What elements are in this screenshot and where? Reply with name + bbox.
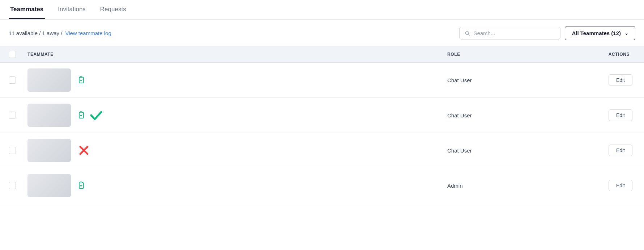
chevron-down-icon: ⌄ bbox=[624, 30, 628, 36]
svg-rect-5 bbox=[80, 112, 82, 113]
row-4-checkbox[interactable] bbox=[9, 182, 16, 189]
row-2-role: Chat User bbox=[447, 112, 549, 118]
svg-rect-7 bbox=[80, 182, 82, 183]
row-4-actions: Edit bbox=[549, 180, 635, 191]
table-row: Chat User Edit bbox=[0, 98, 644, 133]
filter-dropdown[interactable]: All Teammates (12) ⌄ bbox=[565, 26, 635, 40]
column-header-role: ROLE bbox=[447, 52, 549, 57]
search-box bbox=[459, 27, 560, 39]
row-1-role: Chat User bbox=[447, 77, 549, 83]
row-1-teammate-cell bbox=[27, 63, 447, 97]
svg-rect-3 bbox=[80, 76, 82, 78]
row-2-actions: Edit bbox=[549, 109, 635, 121]
row-1-actions: Edit bbox=[549, 74, 635, 86]
column-header-teammate: TEAMMATE bbox=[27, 52, 447, 57]
row-4-status-icons bbox=[77, 181, 85, 190]
check-mark-icon bbox=[89, 108, 103, 122]
clipboard-icon bbox=[77, 111, 85, 120]
row-4-role: Admin bbox=[447, 183, 549, 189]
header-checkbox-cell bbox=[9, 51, 27, 58]
table-row: Chat User Edit bbox=[0, 133, 644, 168]
row-2-teammate-cell bbox=[27, 98, 447, 133]
row-2-avatar bbox=[27, 104, 71, 127]
row-1-edit-button[interactable]: Edit bbox=[609, 74, 632, 86]
row-3-checkbox[interactable] bbox=[9, 147, 16, 154]
row-1-avatar bbox=[27, 68, 71, 92]
row-1-checkbox-cell bbox=[9, 76, 27, 84]
cross-mark-icon bbox=[77, 143, 91, 158]
row-3-avatar bbox=[27, 139, 71, 162]
table-container: TEAMMATE ROLE ACTIONS Chat User Edit bbox=[0, 46, 644, 203]
tab-requests[interactable]: Requests bbox=[99, 0, 128, 19]
svg-line-1 bbox=[468, 34, 470, 36]
row-3-checkbox-cell bbox=[9, 147, 27, 154]
stats-text: 11 available / 1 away / bbox=[9, 30, 62, 36]
row-2-edit-button[interactable]: Edit bbox=[609, 109, 632, 121]
row-2-checkbox-cell bbox=[9, 112, 27, 119]
view-teammate-log-link[interactable]: View teammate log bbox=[65, 30, 111, 36]
row-4-edit-button[interactable]: Edit bbox=[609, 180, 632, 191]
row-1-checkbox[interactable] bbox=[9, 76, 16, 84]
search-icon bbox=[465, 30, 470, 36]
clipboard-icon bbox=[77, 181, 85, 190]
clipboard-icon bbox=[77, 76, 85, 84]
row-4-avatar bbox=[27, 174, 71, 197]
toolbar-right: All Teammates (12) ⌄ bbox=[459, 26, 635, 40]
table-row: Chat User Edit bbox=[0, 63, 644, 98]
row-3-edit-button[interactable]: Edit bbox=[609, 145, 632, 156]
row-4-teammate-cell bbox=[27, 168, 447, 203]
row-3-teammate-cell bbox=[27, 133, 447, 168]
table-row: Admin Edit bbox=[0, 168, 644, 203]
row-3-status-icons bbox=[77, 143, 91, 158]
row-2-status-icons bbox=[77, 108, 103, 122]
row-2-checkbox[interactable] bbox=[9, 112, 16, 119]
toolbar: 11 available / 1 away / View teammate lo… bbox=[0, 20, 644, 46]
row-3-actions: Edit bbox=[549, 145, 635, 156]
row-1-status-icons bbox=[77, 76, 85, 84]
search-input[interactable] bbox=[473, 30, 555, 36]
row-4-checkbox-cell bbox=[9, 182, 27, 189]
toolbar-left: 11 available / 1 away / View teammate lo… bbox=[9, 30, 111, 36]
tabs-bar: Teammates Invitations Requests bbox=[0, 0, 644, 20]
tab-invitations[interactable]: Invitations bbox=[56, 0, 87, 19]
column-header-actions: ACTIONS bbox=[549, 52, 635, 57]
row-3-role: Chat User bbox=[447, 147, 549, 154]
tab-teammates[interactable]: Teammates bbox=[9, 0, 45, 19]
table-header: TEAMMATE ROLE ACTIONS bbox=[0, 46, 644, 63]
filter-dropdown-label: All Teammates (12) bbox=[572, 30, 621, 36]
select-all-checkbox[interactable] bbox=[9, 51, 16, 58]
